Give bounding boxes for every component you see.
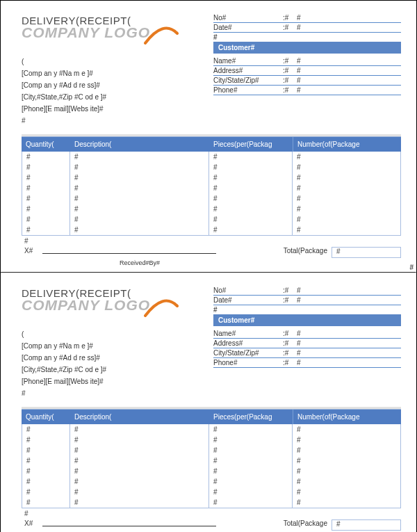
cust-phone-label: Phone#: [213, 86, 283, 94]
customer-block: Name# :# # Address# :# # City/State/Zip#…: [213, 56, 401, 127]
table-cell: #: [70, 152, 209, 162]
logo-text: COMPANY LOGO: [22, 24, 150, 41]
th-description: Description(: [70, 137, 209, 152]
table-row: ####: [22, 445, 401, 456]
table-cell: #: [70, 225, 209, 236]
cust-csz-row: City/State/Zip# :# #: [213, 348, 401, 358]
table-cell: #: [70, 435, 209, 445]
table-cell: #: [209, 162, 293, 172]
table-row: ####: [22, 214, 401, 225]
company-paren: (: [22, 329, 181, 340]
table-cell: #: [70, 193, 209, 204]
cust-phone-sep: :#: [283, 86, 297, 94]
meta-date-sep: :#: [283, 24, 297, 31]
table-cell: #: [22, 225, 70, 236]
table-cell: #: [70, 424, 209, 435]
table-cell: #: [209, 487, 293, 497]
meta-no-label: No#: [213, 14, 283, 22]
table-cell: #: [293, 225, 401, 236]
table-cell: #: [22, 456, 70, 466]
table-cell: #: [293, 435, 401, 445]
table-cell: #: [209, 225, 293, 236]
company-csz: [City,#State,#Zip #C od e ]#: [22, 364, 181, 376]
cust-phone-val: #: [297, 359, 301, 366]
cust-name-row: Name# :# #: [213, 329, 401, 339]
meta-filler: #: [213, 33, 401, 42]
table-cell: #: [70, 476, 209, 487]
meta-no-sep: :#: [283, 287, 297, 294]
table-cell: #: [293, 466, 401, 476]
signature-line: [42, 519, 216, 526]
table-cell: #: [209, 204, 293, 214]
cust-address-label: Address#: [213, 339, 283, 347]
table-cell: #: [209, 445, 293, 456]
table-row: ####: [22, 225, 401, 236]
meta-block: No# :# # Date# :# # # Customer#: [213, 286, 401, 326]
logo-text: COMPANY LOGO: [22, 297, 150, 314]
table-cell: #: [209, 497, 293, 508]
side-hash-icon: #: [409, 264, 414, 271]
th-quantity: Quantity(: [22, 137, 70, 152]
table-cell: #: [293, 204, 401, 214]
table-cell: #: [293, 487, 401, 497]
table-cell: #: [293, 183, 401, 193]
signature-x: X#: [22, 519, 42, 531]
meta-date-row: Date# :# #: [213, 23, 401, 33]
company-contact: [Phone][E mail][Webs ite]#: [22, 376, 181, 387]
cust-name-row: Name# :# #: [213, 56, 401, 66]
th-number: Number(of(Package: [293, 410, 401, 424]
meta-date-label: Date#: [213, 296, 283, 304]
table-row: ####: [22, 456, 401, 466]
meta-date-row: Date# :# #: [213, 296, 401, 305]
total-packages-label: Total(Package: [279, 247, 332, 258]
table-cell: #: [70, 456, 209, 466]
table-cell: #: [293, 445, 401, 456]
cust-name-sep: :#: [283, 330, 297, 337]
company-name: [Comp an y #Na m e ]#: [22, 341, 181, 352]
table-body-1: ################################: [22, 152, 401, 236]
company-name: [Comp an y #Na m e ]#: [22, 68, 181, 79]
company-block: ( [Comp an y #Na m e ]# [Comp an y #Ad d…: [22, 56, 181, 127]
table-cell: #: [209, 214, 293, 225]
cust-name-label: Name#: [213, 330, 283, 337]
meta-block: No# :# # Date# :# # # Customer#: [213, 13, 401, 54]
table-cell: #: [70, 487, 209, 497]
table-cell: #: [22, 152, 70, 162]
cust-name-label: Name#: [213, 57, 283, 65]
company-paren: (: [22, 56, 181, 67]
table-row: ####: [22, 487, 401, 497]
table-row: ####: [22, 172, 401, 183]
table-row: ####: [22, 435, 401, 445]
cust-csz-label: City/State/Zip#: [213, 76, 283, 84]
cust-address-val: #: [297, 339, 301, 347]
cust-csz-sep: :#: [283, 349, 297, 357]
company-address: [Comp an y #Ad d re ss]#: [22, 353, 181, 364]
table-cell: #: [22, 497, 70, 508]
table-cell: #: [293, 152, 401, 162]
table-cell: #: [22, 466, 70, 476]
table-cell: #: [22, 193, 70, 204]
swoosh-icon: [142, 24, 180, 47]
table-cell: #: [22, 172, 70, 183]
table-cell: #: [293, 162, 401, 172]
table-cell: #: [22, 435, 70, 445]
meta-no-val: #: [297, 287, 301, 294]
cust-name-val: #: [297, 57, 301, 65]
table-row: ####: [22, 476, 401, 487]
swoosh-icon: [142, 296, 180, 320]
meta-no-row: No# :# #: [213, 13, 401, 23]
meta-no-row: No# :# #: [213, 286, 401, 296]
table-cell: #: [22, 487, 70, 497]
delivery-receipt-document: DELIVERY(RECEIPT( COMPANY LOGO No# :# # …: [0, 0, 417, 532]
cust-phone-sep: :#: [283, 359, 297, 366]
table-cell: #: [22, 162, 70, 172]
cust-name-sep: :#: [283, 57, 297, 65]
receipt-copy-2: DELIVERY(RECEIPT( COMPANY LOGO No# :# # …: [1, 273, 416, 532]
cust-address-label: Address#: [213, 67, 283, 74]
pre-footer-hash: #: [22, 510, 401, 517]
cust-phone-val: #: [297, 86, 301, 94]
company-contact: [Phone][E mail][Webs ite]#: [22, 104, 181, 115]
table-cell: #: [209, 456, 293, 466]
table-row: ####: [22, 466, 401, 476]
meta-date-val: #: [297, 296, 301, 304]
